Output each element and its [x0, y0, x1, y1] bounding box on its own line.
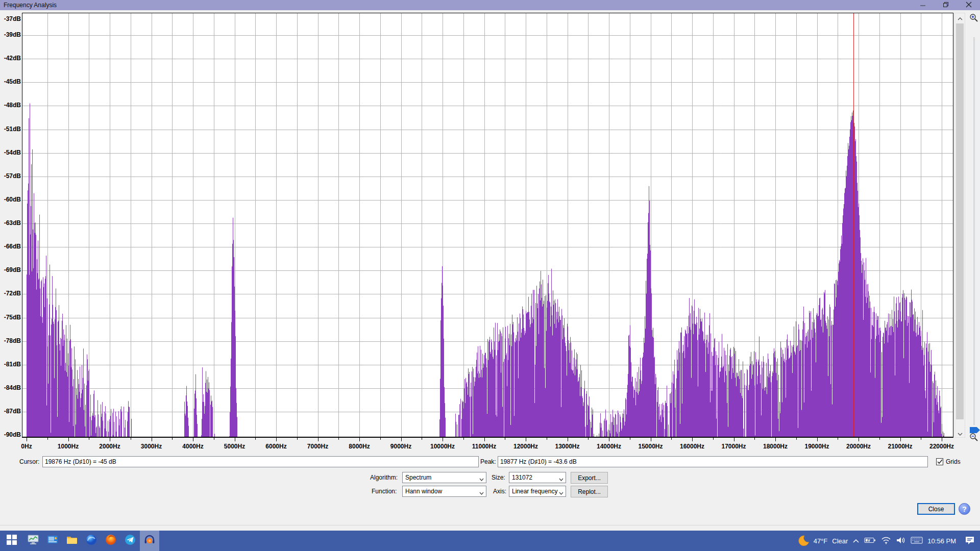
- y-tick-label: -87dB: [0, 408, 21, 415]
- firefox-icon: [105, 534, 117, 548]
- peak-readout-field[interactable]: [498, 456, 928, 467]
- taskbar-item-file-explorer[interactable]: [62, 531, 82, 551]
- axis-label: Axis:: [493, 486, 506, 497]
- y-tick-label: -39dB: [0, 32, 21, 38]
- x-tick-label: 15000Hz: [638, 443, 663, 450]
- function-label: Function:: [372, 486, 397, 497]
- restore-button[interactable]: [934, 0, 957, 10]
- y-tick-label: -75dB: [0, 314, 21, 321]
- taskbar-item-telegram[interactable]: [120, 531, 140, 551]
- x-tick-label: 4000Hz: [182, 443, 203, 450]
- minimize-icon: [920, 2, 926, 9]
- weather-temperature[interactable]: 47°F: [814, 537, 828, 545]
- minimize-button[interactable]: [911, 0, 934, 10]
- y-tick-label: -45dB: [0, 79, 21, 85]
- screen: Frequency Analysis -37dB-39dB-42dB-45dB-…: [0, 0, 980, 551]
- y-tick-label: -90dB: [0, 432, 21, 438]
- x-tick-label: 7000Hz: [307, 443, 328, 450]
- edge-browser-icon: [85, 534, 97, 548]
- export-button[interactable]: Export...: [571, 472, 608, 484]
- wifi-icon[interactable]: [881, 536, 891, 546]
- y-tick-label: -51dB: [0, 126, 21, 133]
- restore-icon: [943, 2, 949, 9]
- replot-button[interactable]: Replot...: [571, 486, 608, 497]
- start-button[interactable]: [0, 531, 23, 551]
- battery-icon[interactable]: [864, 537, 876, 545]
- help-button[interactable]: ?: [959, 503, 970, 515]
- y-tick-label: -72dB: [0, 290, 21, 297]
- x-tick-label: 5000Hz: [224, 443, 245, 450]
- algorithm-value: Spectrum: [405, 474, 431, 481]
- y-tick-label: -42dB: [0, 55, 21, 62]
- size-value: 131072: [512, 474, 532, 481]
- x-tick-label: 1000Hz: [58, 443, 79, 450]
- x-tick-label: 11000Hz: [472, 443, 496, 450]
- scroll-down-button[interactable]: [955, 429, 965, 437]
- y-tick-label: -69dB: [0, 267, 21, 273]
- action-center-icon[interactable]: [965, 536, 975, 546]
- y-tick-label: -84dB: [0, 385, 21, 391]
- size-label: Size:: [492, 472, 505, 483]
- x-tick-label: 3000Hz: [141, 443, 162, 450]
- window-controls: [911, 0, 980, 10]
- file-explorer-icon: [66, 534, 78, 548]
- weather-description[interactable]: Clear: [832, 537, 848, 545]
- size-dropdown[interactable]: 131072: [509, 472, 566, 483]
- chevron-down-icon: [479, 475, 484, 483]
- y-tick-label: -37dB: [0, 16, 21, 22]
- zoom-slider-groove[interactable]: [973, 37, 975, 425]
- window-title: Frequency Analysis: [0, 2, 57, 9]
- scroll-down-icon: [958, 429, 963, 438]
- y-tick-label: -48dB: [0, 102, 21, 109]
- axis-dropdown[interactable]: Linear frequency: [509, 486, 566, 497]
- plot-zoom-slider: [967, 13, 980, 444]
- plot-vertical-scrollbar[interactable]: [954, 13, 965, 438]
- zoom-in-magnifier-icon[interactable]: [969, 13, 979, 23]
- taskbar-item-display-settings[interactable]: [43, 531, 62, 551]
- hidden-icons-chevron-icon[interactable]: [852, 537, 860, 545]
- x-tick-label: 16000Hz: [680, 443, 704, 450]
- close-button-titlebar[interactable]: [957, 0, 980, 10]
- keyboard-icon[interactable]: [911, 536, 923, 546]
- chevron-down-icon: [479, 489, 484, 496]
- x-tick-label: 2000Hz: [99, 443, 120, 450]
- y-tick-label: -54dB: [0, 149, 21, 156]
- scroll-up-icon: [958, 13, 963, 22]
- x-tick-label: 20000Hz: [846, 443, 871, 450]
- grids-label: Grids: [946, 456, 961, 467]
- function-dropdown[interactable]: Hann window: [402, 486, 486, 497]
- moon-weather-icon[interactable]: [798, 535, 809, 547]
- taskbar-item-edge-browser[interactable]: [82, 531, 101, 551]
- y-tick-label: -57dB: [0, 173, 21, 180]
- cursor-readout-field[interactable]: [42, 456, 479, 467]
- clock[interactable]: 10:56 PM: [927, 537, 956, 545]
- telegram-icon: [124, 534, 136, 548]
- speaker-icon[interactable]: [896, 536, 906, 546]
- algorithm-dropdown[interactable]: Spectrum: [402, 472, 486, 483]
- x-tick-label: 13000Hz: [555, 443, 579, 450]
- task-manager-icon: [27, 534, 39, 548]
- taskbar-item-audacity-active[interactable]: [140, 531, 159, 551]
- y-tick-label: -63dB: [0, 220, 21, 227]
- zoom-out-magnifier-icon[interactable]: [969, 432, 979, 442]
- close-button[interactable]: Close: [917, 503, 955, 515]
- peak-label: Peak:: [480, 456, 496, 467]
- axis-value: Linear frequency: [512, 488, 557, 495]
- window-bottom-edge: [0, 525, 980, 525]
- x-tick-label: 12000Hz: [513, 443, 538, 450]
- scroll-up-button[interactable]: [955, 13, 965, 22]
- taskbar-item-task-manager[interactable]: [23, 531, 43, 551]
- x-tick-label: 14000Hz: [597, 443, 621, 450]
- titlebar: Frequency Analysis: [0, 0, 980, 10]
- scrollbar-thumb[interactable]: [956, 23, 964, 419]
- y-tick-label: -78dB: [0, 338, 21, 344]
- grids-checkbox[interactable]: [936, 458, 943, 465]
- cursor-label: Cursor:: [19, 456, 39, 467]
- spectrum-plot-canvas[interactable]: [22, 13, 953, 442]
- taskbar-item-firefox[interactable]: [101, 531, 120, 551]
- algorithm-label: Algorithm:: [370, 472, 398, 483]
- function-value: Hann window: [405, 488, 442, 495]
- audacity-icon: [143, 534, 156, 548]
- windows-start-icon: [7, 535, 17, 547]
- display-settings-icon: [46, 534, 59, 548]
